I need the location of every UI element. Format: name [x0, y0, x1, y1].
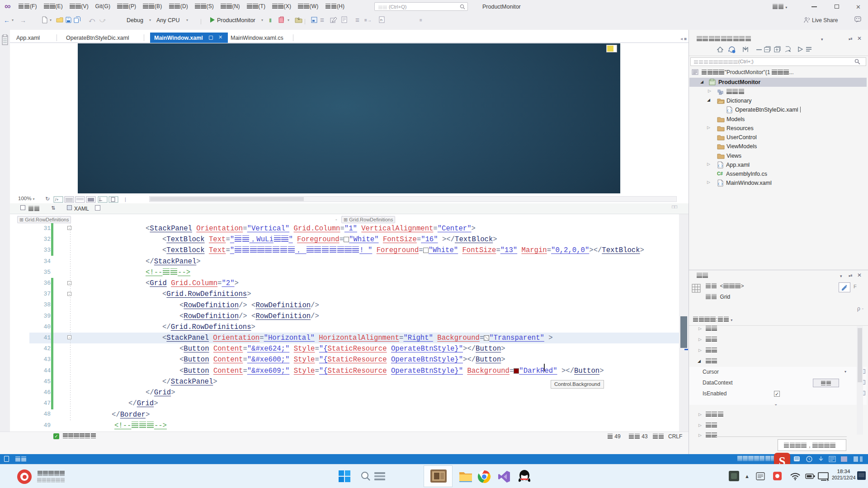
svg-text:n: n — [380, 18, 382, 22]
svg-text:/+: /+ — [55, 197, 59, 202]
